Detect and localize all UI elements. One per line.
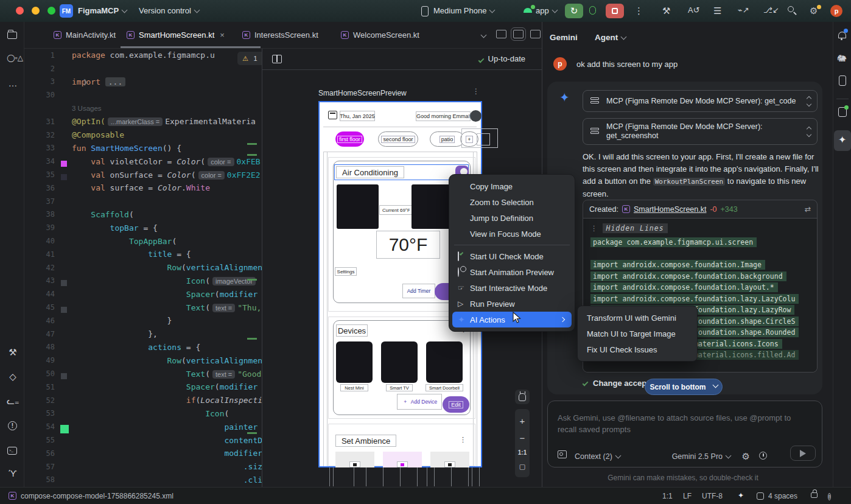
tab-WelcomeScreen.kt[interactable]: KWelcomeScreen.kt [341,22,438,48]
history-icon[interactable] [759,452,767,460]
color-swatch[interactable] [61,307,67,313]
project-selector[interactable]: FigmaMCP [78,6,127,15]
split-view-icon[interactable] [513,30,524,38]
lock-icon[interactable] [811,492,818,498]
gradle-icon[interactable]: 🐘︎ [838,54,846,63]
kotlin-file-icon: K [127,31,135,39]
user-avatar[interactable]: p [830,5,842,17]
app-insights-icon[interactable]: ◇ [7,371,19,382]
device-image-Smart-TV [381,341,418,383]
submenu-item-transform-ui-with-gemini[interactable]: Transform UI with Gemini [578,310,697,326]
device-manager-icon[interactable] [839,75,846,86]
title-bar: FM FigmaMCP Version control Medium Phone… [0,0,851,22]
tool-call-get-code[interactable]: MCP (Figma Remote Dev Mode MCP Server): … [583,90,818,112]
menu-item-start-ui-check-mode[interactable]: Start UI Check Mode [449,248,575,264]
pan-tool-button[interactable] [515,390,530,404]
open-diff-icon[interactable]: ⇄ [805,205,811,214]
zoom-100-button[interactable]: 1:1 [518,449,527,456]
build-run-icon[interactable]: ⚒ [662,5,670,16]
statusbar-gemini-icon[interactable]: ✦ [738,491,744,500]
project-tool-icon[interactable] [7,32,17,39]
close-window-button[interactable] [16,7,24,15]
menu-item-run-preview[interactable]: ▷Run Preview [449,296,575,312]
zoom-out-button[interactable]: − [520,433,525,443]
change-status: Change accept [583,379,649,388]
debug-icon[interactable] [589,6,596,15]
agent-mode-selector[interactable]: Agent [595,33,626,42]
submenu-item-match-ui-to-target-image[interactable]: Match UI to Target Image [578,326,697,341]
attach-debugger-icon[interactable]: ⌁↗ [738,5,749,15]
statusbar-problems-icon[interactable]: ! [828,492,831,500]
menu-item-start-animation-preview[interactable]: Start Animation Preview [449,264,575,280]
resource-manager-icon[interactable]: ◯▫△ [7,54,19,62]
stop-button[interactable] [606,4,624,18]
color-swatch[interactable] [61,280,67,286]
menu-item-ai-actions[interactable]: ✦AI Actions [452,312,572,327]
minimize-window-button[interactable] [32,7,40,15]
attach-image-icon[interactable] [558,450,567,458]
diff-line [590,250,817,261]
submenu-item-fix-ui-check-issues[interactable]: Fix UI Check Issues [578,341,697,357]
zoom-in-button[interactable]: + [520,416,525,426]
file-encoding[interactable]: UTF-8 [702,492,723,500]
tool-call-get-screenshot[interactable]: MCP (Figma Remote Dev Mode MCP Server): … [583,118,818,145]
rerun-button[interactable]: ↻ [565,4,583,18]
hidden-lines-label[interactable]: Hidden Lines [603,223,668,233]
menu-item-copy-image[interactable]: Copy Image [449,178,575,194]
build-tool-icon[interactable]: ⚒ [7,347,19,358]
chat-settings-icon[interactable]: ⚙ [742,451,750,462]
menu-item-zoom-to-selection[interactable]: Zoom to Selection [449,194,575,210]
tab-list-chevron-icon[interactable] [481,32,487,38]
notifications-icon[interactable] [838,32,846,38]
vcs-menu[interactable]: Version control [139,6,199,15]
devices-card: Devices ⋮ Nest MiniSmart TVSmart Doorbel… [333,320,471,415]
line-separator[interactable]: LF [683,492,692,500]
scroll-to-bottom-button[interactable]: Scroll to bottom [645,379,723,395]
indent-setting[interactable]: 4 spaces [768,492,797,500]
git-branch-icon[interactable]: ϓ [7,469,19,478]
more-tool-windows-icon[interactable]: … [7,78,19,88]
menu-item-jump-to-definition[interactable]: Jump to Definition [449,210,575,226]
add-timer-button: Add Timer [402,284,435,298]
menu-item-start-interactive-mode[interactable]: ☞Start Interactive Mode [449,280,575,296]
preview-layout-icon[interactable] [272,55,282,63]
menu-item-view-in-focus-mode[interactable]: View in Focus Mode [449,226,575,242]
caret-position[interactable]: 1:1 [662,492,673,500]
code-editor[interactable]: 1package com.example.figmamcp.u23❯import… [24,49,262,487]
color-swatch[interactable] [61,174,67,180]
interactive-icon: ☞ [458,284,470,292]
running-devices-icon[interactable] [838,107,847,117]
close-tab-icon[interactable]: × [220,30,225,40]
terminal-icon[interactable]: >_ [7,447,17,455]
usages-annotation[interactable]: 3 Usages [24,102,262,115]
model-selector[interactable]: Gemini 2.5 Pro [672,452,730,461]
more-run-actions-icon[interactable]: ⋮ [634,5,643,16]
profiler-icon[interactable]: A↺ [688,5,700,15]
run-config-selector[interactable]: app [536,6,557,15]
tab-InterestsScreen.kt[interactable]: KInterestsScreen.kt [242,22,334,48]
problems-icon[interactable]: ! [8,421,17,430]
device-selector[interactable]: Medium Phone [433,6,494,15]
send-button[interactable] [790,446,816,461]
color-swatch[interactable] [60,425,69,433]
logcat-icon[interactable]: ᓚ₌ [7,396,19,407]
preview-view-icon[interactable] [530,30,541,38]
inspection-widget[interactable]: ⚠ 1 ⌃ ⌄ [237,52,262,65]
search-everywhere-icon[interactable] [788,6,794,12]
maximize-window-button[interactable] [47,7,55,15]
code-view-icon[interactable] [496,30,506,38]
zoom-fit-button[interactable]: ▢ [519,463,525,471]
chat-input-box[interactable]: Ask Gemini, use @filename to attach sour… [547,401,822,467]
code-review-icon[interactable]: ⎇↙ [763,5,779,15]
color-swatch[interactable] [61,373,67,379]
context-selector[interactable]: Context (2) [575,452,620,461]
preview-menu-icon[interactable]: ⋮ [472,87,480,96]
tab-label: InterestsScreen.kt [254,30,318,40]
tab-SmartHomeScreen.kt[interactable]: KSmartHomeScreen.kt× [127,22,248,48]
statusbar-file[interactable]: compose-compose-model-1758866285245.xml [21,492,173,500]
color-swatch[interactable] [61,161,67,167]
todo-list-icon[interactable]: ☰ [713,5,721,16]
ui-check-icon [458,252,470,261]
gemini-tool-icon[interactable]: ✦ [838,134,846,145]
created-file-link[interactable]: SmartHomeScreen.kt [634,205,706,214]
